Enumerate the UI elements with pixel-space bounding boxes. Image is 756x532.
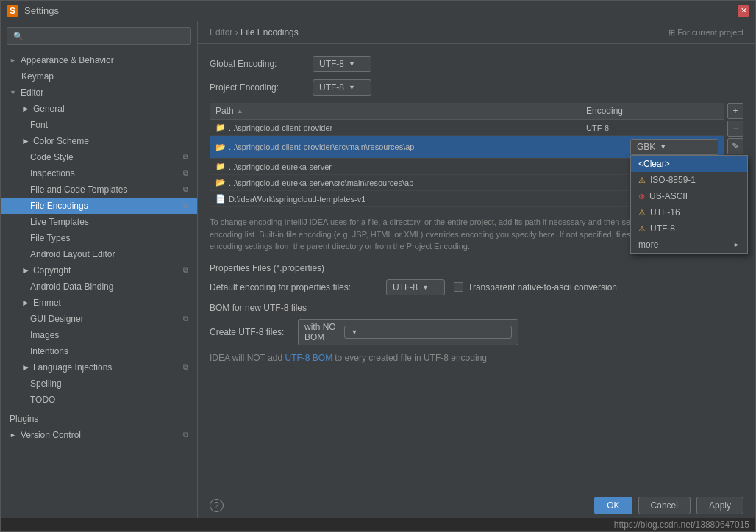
sidebar-item-code-style[interactable]: Code Style ⧉ bbox=[1, 149, 197, 165]
file-icon: 📄 bbox=[215, 194, 226, 204]
sidebar-item-gui-designer[interactable]: GUI Designer ⧉ bbox=[1, 311, 197, 327]
popup-item-utf8[interactable]: ⚠ UTF-8 bbox=[631, 220, 747, 237]
copy-icon: ⧉ bbox=[183, 314, 188, 323]
sidebar-item-language-injections[interactable]: ► Language Injections ⧉ bbox=[1, 359, 197, 375]
sidebar-item-font[interactable]: Font bbox=[1, 117, 197, 133]
sidebar-item-inspections[interactable]: Inspections ⧉ bbox=[1, 165, 197, 181]
bom-row: Create UTF-8 files: with NO BOM ▼ bbox=[210, 319, 743, 345]
url-bar: https://blog.csdn.net/13880647015 bbox=[1, 518, 755, 531]
sidebar-item-keymap[interactable]: Keymap bbox=[1, 68, 197, 85]
popup-item-usascii[interactable]: ⊗ US-ASCII bbox=[631, 188, 747, 204]
bom-value: with NO BOM bbox=[304, 322, 344, 342]
bom-title: BOM for new UTF-8 files bbox=[210, 303, 743, 313]
sidebar-item-live-templates[interactable]: Live Templates bbox=[1, 214, 197, 230]
breadcrumb: Editor › File Encodings bbox=[210, 27, 299, 37]
edit-button[interactable]: ✎ bbox=[727, 138, 743, 154]
dropdown-arrow: ▼ bbox=[349, 60, 355, 68]
sidebar-item-images[interactable]: Images bbox=[1, 327, 197, 343]
sidebar-item-intentions[interactable]: Intentions bbox=[1, 343, 197, 359]
project-encoding-value: UTF-8 bbox=[319, 82, 344, 93]
transparent-checkbox-row: Transparent native-to-ascii conversion bbox=[454, 282, 617, 292]
table-buttons: + − ✎ bbox=[727, 103, 743, 156]
sidebar-item-file-encodings[interactable]: File Encodings ⧉ bbox=[1, 198, 197, 214]
add-button[interactable]: + bbox=[727, 103, 743, 119]
table-row[interactable]: 📁 ...\springcloud-client-provider UTF-8 bbox=[210, 120, 724, 136]
popup-item-iso[interactable]: ⚠ ISO-8859-1 bbox=[631, 172, 747, 188]
bom-link[interactable]: UTF-8 BOM bbox=[285, 353, 332, 363]
warn-icon: ⚠ bbox=[638, 224, 646, 234]
bom-dropdown[interactable]: with NO BOM ▼ bbox=[298, 319, 518, 345]
ok-button[interactable]: OK bbox=[594, 497, 632, 514]
dropdown-arrow: ▼ bbox=[422, 284, 429, 291]
copy-icon: ⧉ bbox=[183, 266, 188, 275]
sidebar-item-version-control[interactable]: ► Version Control ⧉ bbox=[1, 427, 197, 443]
dialog-footer: ? OK Cancel Apply bbox=[198, 492, 755, 518]
properties-section: Properties Files (*.properties) Default … bbox=[210, 263, 743, 295]
apply-button[interactable]: Apply bbox=[696, 497, 743, 514]
sidebar: 🔍 ► Appearance & Behavior Keymap ▼ Edito… bbox=[1, 21, 198, 518]
properties-encoding-row: Default encoding for properties files: U… bbox=[210, 279, 743, 295]
transparent-label: Transparent native-to-ascii conversion bbox=[468, 282, 617, 292]
cancel-button[interactable]: Cancel bbox=[638, 497, 691, 514]
folder-green-icon: 📂 bbox=[215, 178, 226, 187]
sidebar-item-file-code-templates[interactable]: File and Code Templates ⧉ bbox=[1, 181, 197, 198]
app-icon: S bbox=[7, 5, 18, 17]
search-icon: 🔍 bbox=[13, 32, 24, 41]
table-header: Path ▲ Encoding bbox=[210, 103, 724, 120]
sort-icon: ▲ bbox=[237, 107, 243, 115]
encoding-name: UTF-8 bbox=[650, 223, 675, 234]
copy-icon: ⧉ bbox=[183, 153, 188, 162]
settings-window: S Settings ✕ 🔍 ► Appearance & Behavior K… bbox=[0, 0, 756, 532]
folder-icon: 📁 bbox=[215, 123, 226, 132]
global-encoding-row: Global Encoding: UTF-8 ▼ bbox=[210, 56, 743, 72]
sidebar-item-todo[interactable]: TODO bbox=[1, 392, 197, 408]
path-header: Path ▲ bbox=[215, 106, 586, 116]
sidebar-item-general[interactable]: ► General bbox=[1, 101, 197, 117]
warn-icon: ⚠ bbox=[638, 208, 646, 218]
help-icon[interactable]: ? bbox=[210, 500, 224, 511]
bom-note: IDEA will NOT add UTF-8 BOM to every cre… bbox=[210, 353, 743, 363]
sidebar-item-editor[interactable]: ▼ Editor bbox=[1, 85, 197, 101]
sidebar-item-file-types[interactable]: File Types bbox=[1, 230, 197, 246]
dropdown-arrow: ▼ bbox=[344, 326, 512, 339]
sidebar-item-android-data-binding[interactable]: Android Data Binding bbox=[1, 278, 197, 295]
close-button[interactable]: ✕ bbox=[738, 5, 749, 17]
path-text: ...\springcloud-eureka-server\src\main\r… bbox=[229, 179, 586, 187]
popup-item-more[interactable]: more ► bbox=[631, 237, 747, 253]
row-encoding-dropdown[interactable]: GBK ▼ bbox=[630, 139, 718, 155]
search-box[interactable]: 🔍 bbox=[7, 27, 191, 45]
encoding-table-container: Path ▲ Encoding 📁 ...\springcloud-client… bbox=[210, 103, 743, 207]
encoding-value: GBK bbox=[637, 142, 655, 152]
popup-item-clear[interactable]: <Clear> bbox=[631, 156, 747, 172]
content-body: Global Encoding: UTF-8 ▼ Project Encodin… bbox=[198, 44, 755, 492]
expand-arrow: ► bbox=[10, 57, 16, 64]
title-bar: S Settings ✕ bbox=[1, 1, 755, 21]
global-encoding-dropdown[interactable]: UTF-8 ▼ bbox=[313, 56, 371, 72]
popup-item-utf16[interactable]: ⚠ UTF-16 bbox=[631, 204, 747, 220]
copy-icon: ⧉ bbox=[183, 185, 188, 194]
content-area: Editor › File Encodings ⊞ For current pr… bbox=[198, 21, 755, 518]
expand-arrow: ► bbox=[10, 431, 16, 439]
sidebar-item-copyright[interactable]: ► Copyright ⧉ bbox=[1, 262, 197, 278]
sidebar-item-android-layout[interactable]: Android Layout Editor bbox=[1, 246, 197, 262]
expand-arrow: ▼ bbox=[10, 89, 16, 96]
encoding-name: UTF-16 bbox=[650, 207, 680, 218]
search-input[interactable] bbox=[26, 31, 185, 41]
sidebar-item-spelling[interactable]: Spelling bbox=[1, 375, 197, 392]
path-text: D:\ideaWork\springcloud-templates-v1 bbox=[229, 195, 586, 204]
sidebar-item-plugins[interactable]: Plugins bbox=[1, 411, 197, 427]
dropdown-arrow: ▼ bbox=[660, 143, 666, 151]
sidebar-item-color-scheme[interactable]: ► Color Scheme bbox=[1, 133, 197, 149]
nav-section: ► Appearance & Behavior Keymap ▼ Editor … bbox=[1, 51, 197, 445]
remove-button[interactable]: − bbox=[727, 121, 743, 137]
path-text: ...\springcloud-eureka-server bbox=[229, 162, 586, 171]
table-row[interactable]: 📂 ...\springcloud-client-provider\src\ma… bbox=[210, 136, 724, 159]
properties-encoding-dropdown[interactable]: UTF-8 ▼ bbox=[386, 279, 445, 295]
sidebar-item-appearance[interactable]: ► Appearance & Behavior bbox=[1, 52, 197, 68]
folder-icon: 📁 bbox=[215, 162, 226, 171]
transparent-checkbox[interactable] bbox=[454, 282, 463, 292]
window-title: Settings bbox=[24, 5, 738, 16]
project-encoding-dropdown[interactable]: UTF-8 ▼ bbox=[313, 79, 371, 96]
sidebar-item-emmet[interactable]: ► Emmet bbox=[1, 295, 197, 311]
encoding-header: Encoding bbox=[586, 106, 718, 116]
